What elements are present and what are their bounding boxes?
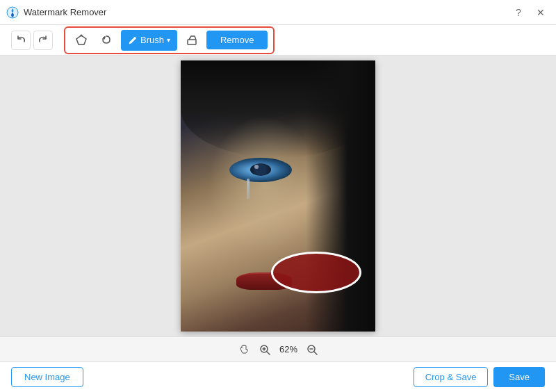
action-right: Crop & Save Save [414, 367, 545, 387]
lasso-icon [100, 34, 113, 47]
lasso-tool-button[interactable] [96, 30, 117, 51]
eye-decoration [229, 158, 292, 182]
app-icon [6, 6, 19, 19]
polygon-tool-button[interactable] [71, 30, 92, 51]
undo-icon [16, 35, 26, 45]
crop-save-button[interactable]: Crop & Save [414, 367, 489, 387]
image-container [181, 60, 375, 332]
zoom-in-button[interactable] [259, 343, 271, 356]
polygon-icon [75, 34, 88, 47]
zoom-level: 62% [279, 344, 297, 354]
tear-decoration [247, 179, 250, 199]
zoom-bar: 62% [0, 336, 556, 361]
svg-line-7 [267, 352, 270, 354]
redo-button[interactable] [33, 31, 53, 50]
zoom-out-icon [306, 343, 318, 356]
save-button[interactable]: Save [493, 367, 545, 387]
hand-icon [238, 343, 250, 356]
title-right: ? ✕ [509, 3, 550, 22]
svg-line-10 [314, 352, 317, 354]
watermark-selection-ellipse [271, 252, 361, 293]
title-bar: Watermark Remover ? ✕ [0, 0, 556, 25]
eye-reflection [254, 165, 259, 169]
remove-button[interactable]: Remove [206, 31, 268, 49]
toolbar-nav [11, 31, 53, 50]
zoom-in-icon [259, 343, 271, 356]
eraser-tool-button[interactable] [181, 30, 202, 51]
close-button[interactable]: ✕ [531, 3, 550, 22]
eraser-icon [186, 34, 198, 47]
undo-button[interactable] [11, 31, 31, 50]
app-title: Watermark Remover [24, 7, 106, 17]
main-image [181, 60, 375, 332]
brush-label: Brush [140, 35, 164, 45]
zoom-out-button[interactable] [306, 343, 318, 356]
new-image-button[interactable]: New Image [11, 367, 83, 387]
redo-icon [38, 35, 48, 45]
brush-tool-button[interactable]: Brush ▾ [121, 30, 177, 51]
canvas-area [0, 56, 556, 336]
toolbar: Brush ▾ Remove [0, 25, 556, 56]
action-bar: New Image Crop & Save Save [0, 361, 556, 392]
pan-tool-button[interactable] [238, 343, 250, 356]
brush-icon [128, 35, 138, 45]
toolbar-tools: Brush ▾ Remove [64, 26, 275, 54]
pupil [250, 163, 271, 176]
help-button[interactable]: ? [509, 3, 528, 22]
brush-chevron-icon: ▾ [167, 36, 170, 44]
svg-rect-3 [188, 40, 196, 44]
svg-marker-1 [76, 35, 86, 44]
face-highlight-decoration [208, 116, 320, 255]
title-left: Watermark Remover [6, 6, 106, 19]
svg-point-2 [81, 34, 83, 36]
